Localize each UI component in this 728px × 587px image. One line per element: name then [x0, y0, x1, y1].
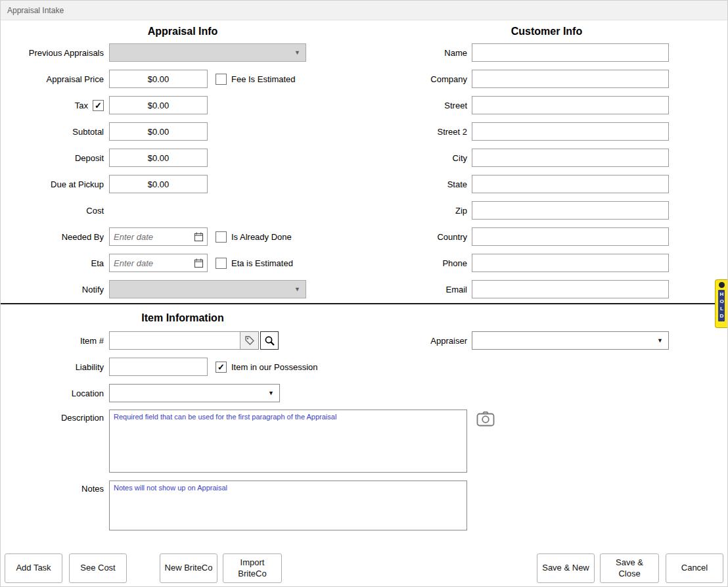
liability-input[interactable] [109, 358, 208, 376]
item-number-input[interactable] [109, 331, 240, 350]
tax-label: Tax [75, 101, 88, 110]
tag-icon[interactable] [240, 331, 259, 350]
cost-row: Cost [1, 201, 365, 220]
is-already-done-checkbox[interactable] [216, 231, 227, 243]
eta-row: Eta Eta is Estimated [1, 254, 365, 272]
city-row: City [365, 149, 728, 167]
needed-by-row: Needed By Is Already Done [1, 227, 365, 246]
email-input[interactable] [472, 280, 669, 298]
city-input[interactable] [472, 149, 669, 167]
calendar-icon[interactable] [192, 256, 205, 270]
country-label: Country [365, 232, 472, 242]
item-in-possession-checkbox[interactable]: ✓ [216, 362, 227, 373]
state-label: State [365, 179, 472, 189]
item-number-label: Item # [1, 336, 109, 346]
camera-icon[interactable] [476, 411, 495, 429]
company-input[interactable] [472, 70, 669, 88]
check-icon: ✓ [217, 362, 225, 372]
appraisal-intake-dialog: Appraisal Intake Appraisal Info Customer… [0, 0, 728, 587]
notify-dropdown[interactable]: ▼ [109, 280, 306, 298]
description-label: Description [1, 410, 109, 423]
chevron-down-icon: ▼ [268, 390, 274, 396]
customer-info-header: Customer Info [365, 26, 728, 37]
phone-row: Phone [365, 254, 728, 272]
save-and-close-button[interactable]: Save & Close [600, 553, 659, 583]
eta-input[interactable] [110, 255, 192, 271]
fee-is-estimated-checkbox[interactable] [216, 74, 227, 85]
see-cost-button[interactable]: See Cost [69, 553, 127, 583]
state-row: State [365, 175, 728, 193]
country-row: Country [365, 227, 728, 246]
check-icon: ✓ [95, 101, 102, 110]
subtotal-input[interactable] [109, 122, 208, 141]
street-input[interactable] [472, 96, 669, 114]
needed-by-input[interactable] [110, 229, 192, 245]
appraisal-price-row: Appraisal Price Fee Is Estimated [1, 70, 365, 88]
deposit-row: Deposit [1, 149, 365, 167]
section-divider [1, 303, 716, 304]
search-icon[interactable] [260, 331, 279, 350]
cancel-button[interactable]: Cancel [666, 553, 723, 583]
new-briteco-button[interactable]: New BriteCo [160, 553, 217, 583]
eta-is-estimated-checkbox[interactable] [216, 258, 227, 269]
eta-label: Eta [1, 258, 109, 268]
tax-checkbox[interactable]: ✓ [93, 100, 104, 111]
notes-label: Notes [1, 481, 109, 494]
window-title: Appraisal Intake [7, 6, 64, 15]
appraiser-dropdown[interactable]: ▼ [472, 331, 669, 350]
fee-is-estimated-label: Fee Is Estimated [231, 74, 296, 84]
import-briteco-button[interactable]: Import BriteCo [223, 553, 282, 583]
chevron-down-icon: ▼ [294, 49, 300, 56]
phone-label: Phone [365, 258, 472, 268]
zip-row: Zip [365, 201, 728, 220]
tax-row: Tax ✓ [1, 96, 365, 114]
needed-by-date-field[interactable] [109, 227, 208, 246]
location-dropdown[interactable]: ▼ [109, 384, 280, 402]
deposit-label: Deposit [1, 153, 109, 163]
street-row: Street [365, 96, 728, 114]
titlebar[interactable]: Appraisal Intake [1, 1, 727, 20]
hold-tab-label: HOLD [718, 290, 725, 321]
appraisal-price-input[interactable] [109, 70, 208, 88]
chevron-down-icon: ▼ [294, 286, 300, 293]
save-and-new-button[interactable]: Save & New [537, 553, 595, 583]
chevron-down-icon: ▼ [657, 337, 663, 344]
city-label: City [365, 153, 472, 163]
previous-appraisals-label: Previous Appraisals [1, 48, 109, 58]
tax-input[interactable] [109, 96, 208, 114]
name-input[interactable] [472, 43, 669, 62]
add-task-button[interactable]: Add Task [5, 553, 62, 583]
previous-appraisals-dropdown[interactable]: ▼ [109, 43, 306, 62]
description-row: Description Required field that can be u… [1, 410, 526, 473]
cost-label: Cost [1, 206, 109, 216]
tax-label-group: Tax ✓ [1, 100, 109, 111]
location-label: Location [1, 388, 109, 398]
zip-label: Zip [365, 206, 472, 216]
description-textarea[interactable]: Required field that can be used for the … [109, 410, 467, 473]
due-at-pickup-row: Due at Pickup [1, 175, 365, 193]
hold-pin-icon [719, 282, 725, 288]
hold-tab[interactable]: HOLD [715, 279, 727, 328]
notes-textarea[interactable]: Notes will not show up on Appraisal [109, 481, 467, 530]
needed-by-label: Needed By [1, 232, 109, 242]
due-at-pickup-input[interactable] [109, 175, 208, 193]
subtotal-label: Subtotal [1, 127, 109, 137]
due-at-pickup-label: Due at Pickup [1, 179, 109, 189]
country-input[interactable] [472, 227, 669, 246]
appraiser-label: Appraiser [365, 336, 472, 346]
notify-row: Notify ▼ [1, 280, 365, 298]
item-number-row: Item # [1, 331, 365, 350]
street-label: Street [365, 101, 472, 110]
state-input[interactable] [472, 175, 669, 193]
email-row: Email [365, 280, 728, 298]
notes-row: Notes Notes will not show up on Appraisa… [1, 481, 526, 530]
phone-input[interactable] [472, 254, 669, 272]
calendar-icon[interactable] [192, 229, 205, 244]
zip-input[interactable] [472, 201, 669, 220]
subtotal-row: Subtotal [1, 122, 365, 141]
street2-input[interactable] [472, 122, 669, 141]
deposit-input[interactable] [109, 149, 208, 167]
eta-date-field[interactable] [109, 254, 208, 272]
company-row: Company [365, 70, 728, 88]
item-in-possession-label: Item in our Possession [231, 362, 318, 372]
